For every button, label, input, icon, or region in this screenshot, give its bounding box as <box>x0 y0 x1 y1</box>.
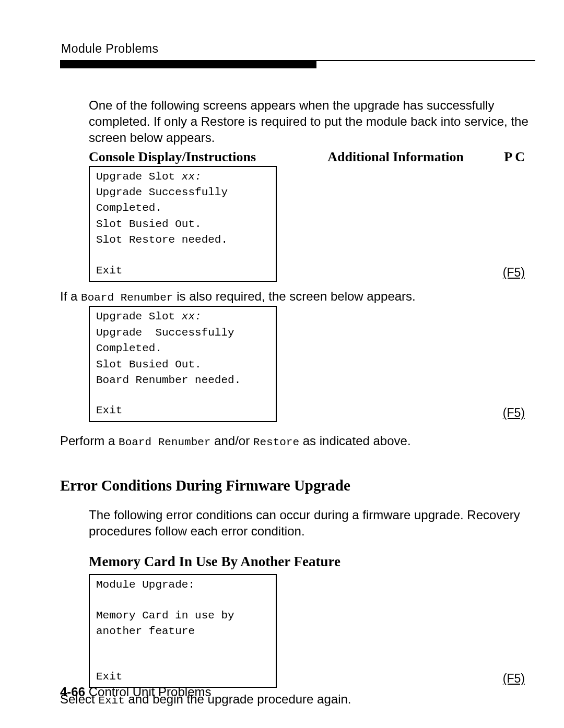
between1-mono: Board Renumber <box>81 292 173 304</box>
screen2-line4: Slot Busied Out. <box>96 357 269 373</box>
screen1-line5: Slot Restore needed. <box>96 232 269 248</box>
screen2-line1a: Upgrade Slot <box>96 311 182 323</box>
screen2-f5-key: (F5) <box>503 406 525 420</box>
screen3-line4: another feature <box>96 624 269 639</box>
footer-label: Control Unit Problems <box>85 685 211 699</box>
page-footer: 4-66 Control Unit Problems <box>60 685 211 699</box>
screen2-line1b: xx: <box>182 311 202 323</box>
perform-mono2: Restore <box>253 436 299 448</box>
screen3-exit: Exit <box>96 669 269 685</box>
between1-post: is also required, the screen below appea… <box>173 289 415 303</box>
perform-line: Perform a Board Renumber and/or Restore … <box>60 434 535 448</box>
between1: If a Board Renumber is also required, th… <box>60 289 535 304</box>
screen-1-row: Upgrade Slot xx: Upgrade Successfully Co… <box>89 166 535 282</box>
screen1-line1a: Upgrade Slot <box>96 171 182 183</box>
screen2-line3: Completed. <box>96 341 269 356</box>
screen-3-row: Module Upgrade: Memory Card in use by an… <box>89 574 535 688</box>
between1-pre: If a <box>60 289 81 303</box>
console-header-row: Console Display/Instructions Additional … <box>89 149 535 165</box>
screen3-line1: Module Upgrade: <box>96 577 269 593</box>
intro-paragraph: One of the following screens appears whe… <box>89 97 535 146</box>
page-number: 4-66 <box>60 685 85 699</box>
screen1-line2: Upgrade Successfully <box>96 185 269 200</box>
screen1-line4: Slot Busied Out. <box>96 217 269 232</box>
error-section-body: The following error conditions can occur… <box>89 507 535 539</box>
screen1-exit: Exit <box>96 263 269 279</box>
screen-2-row: Upgrade Slot xx: Upgrade Successfully Co… <box>89 306 535 422</box>
perform-post: as indicated above. <box>299 434 410 448</box>
perform-mid: and/or <box>210 434 253 448</box>
screen-2-box: Upgrade Slot xx: Upgrade Successfully Co… <box>89 306 277 422</box>
error-section-title: Error Conditions During Firmware Upgrade <box>60 477 535 494</box>
screen-1-box: Upgrade Slot xx: Upgrade Successfully Co… <box>89 166 277 282</box>
screen1-f5-key: (F5) <box>503 266 525 280</box>
screen1-line1b: xx: <box>182 171 202 183</box>
memcard-title: Memory Card In Use By Another Feature <box>89 554 535 570</box>
screen3-line3: Memory Card in use by <box>96 608 269 624</box>
screen-3-box: Module Upgrade: Memory Card in use by an… <box>89 574 277 688</box>
perform-mono1: Board Renumber <box>119 436 210 448</box>
screen2-line2: Upgrade Successfully <box>96 325 269 341</box>
screen1-line3: Completed. <box>96 200 269 216</box>
running-head: Module Problems <box>60 42 535 59</box>
screen2-exit: Exit <box>96 403 269 419</box>
screen3-f5-key: (F5) <box>503 672 525 686</box>
perform-pre: Perform a <box>60 434 119 448</box>
pc-label: P C <box>504 149 525 165</box>
console-display-label: Console Display/Instructions <box>89 149 256 165</box>
screen2-line5: Board Renumber needed. <box>96 373 269 388</box>
additional-info-label: Additional Information <box>327 149 464 165</box>
rule-thick <box>60 61 316 68</box>
